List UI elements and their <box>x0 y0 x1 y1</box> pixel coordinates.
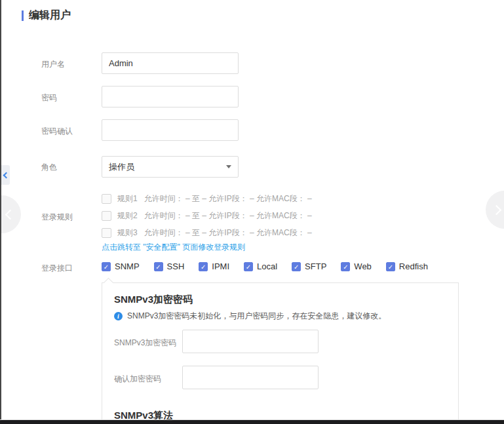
login-interfaces-group: ✓ SNMP ✓ SSH ✓ IPMI ✓ Local ✓ SFTP ✓ Web… <box>102 261 442 271</box>
interface-label: Redfish <box>399 261 428 271</box>
security-config-link[interactable]: 点击跳转至 "安全配置" 页面修改登录规则 <box>102 242 245 253</box>
rule-detail: 允许时间： – 至 – 允许IP段： – 允许MAC段： – <box>144 193 312 204</box>
info-icon: i <box>114 312 123 320</box>
carousel-next-button[interactable] <box>486 191 504 229</box>
checkbox-snmp[interactable]: ✓ <box>102 262 111 271</box>
interface-option-web[interactable]: ✓ Web <box>341 261 372 271</box>
role-select[interactable]: 操作员 <box>102 156 239 178</box>
snmpv3-password-label: SNMPv3加密密码 <box>114 337 176 349</box>
interface-label: Web <box>354 261 372 271</box>
password-confirm-input[interactable] <box>102 119 239 141</box>
interface-option-redfish[interactable]: ✓ Redfish <box>386 261 428 271</box>
rule-name: 规则1 <box>117 193 138 204</box>
interface-label: SSH <box>167 261 185 271</box>
rule3-checkbox[interactable] <box>102 228 111 238</box>
password-confirm-label: 密码确认 <box>41 126 73 137</box>
interface-label: SFTP <box>305 261 326 271</box>
interface-label: IPMI <box>212 261 229 271</box>
snmpv3-panel: SNMPv3加密密码 i SNMPv3加密密码未初始化，与用户密码同步，存在安全… <box>102 282 459 424</box>
chevron-right-icon <box>492 205 502 216</box>
rule-detail: 允许时间： – 至 – 允许IP段： – 允许MAC段： – <box>144 227 312 239</box>
chevron-left-icon <box>3 172 10 178</box>
checkbox-ssh[interactable]: ✓ <box>154 262 163 271</box>
page-title-text: 编辑用户 <box>29 9 71 22</box>
rule1-checkbox[interactable] <box>102 194 111 204</box>
snmpv3-password-confirm-input[interactable] <box>182 366 319 389</box>
interface-option-ssh[interactable]: ✓ SSH <box>154 261 185 271</box>
rule-detail: 允许时间： – 至 – 允许IP段： – 允许MAC段： – <box>144 210 312 222</box>
interface-option-sftp[interactable]: ✓ SFTP <box>292 261 326 271</box>
role-select-value: 操作员 <box>109 161 226 173</box>
sidebar-collapse-button[interactable] <box>1 165 10 185</box>
username-input[interactable] <box>102 52 239 74</box>
password-label: 密码 <box>41 92 57 104</box>
password-input[interactable] <box>102 86 239 107</box>
chevron-left-icon <box>5 210 16 220</box>
username-label: 用户名 <box>41 59 65 70</box>
interface-label: SNMP <box>115 261 140 271</box>
interface-option-local[interactable]: ✓ Local <box>244 261 277 271</box>
page-title: 编辑用户 <box>22 9 71 22</box>
edit-user-page: 编辑用户 用户名 密码 密码确认 角色 操作员 登录规则 规则1 允许时间： –… <box>0 0 504 424</box>
title-accent-bar <box>22 10 24 21</box>
checkbox-redfish[interactable]: ✓ <box>386 262 395 271</box>
snmpv3-info-row: i SNMPv3加密密码未初始化，与用户密码同步，存在安全隐患，建议修改。 <box>114 311 386 322</box>
login-interfaces-label: 登录接口 <box>41 263 73 274</box>
login-rule-row: 规则1 允许时间： – 至 – 允许IP段： – 允许MAC段： – <box>102 192 312 205</box>
interface-option-ipmi[interactable]: ✓ IPMI <box>199 261 229 271</box>
rule2-checkbox[interactable] <box>102 211 111 221</box>
snmpv3-password-input[interactable] <box>182 330 319 353</box>
checkbox-ipmi[interactable]: ✓ <box>199 262 208 271</box>
checkbox-sftp[interactable]: ✓ <box>292 262 301 271</box>
snmpv3-panel-title: SNMPv3加密密码 <box>114 294 193 306</box>
snmpv3-info-text: SNMPv3加密密码未初始化，与用户密码同步，存在安全隐患，建议修改。 <box>127 311 386 322</box>
checkbox-web[interactable]: ✓ <box>341 262 350 271</box>
rule-name: 规则2 <box>117 210 138 222</box>
chevron-down-icon <box>226 165 231 171</box>
interface-option-snmp[interactable]: ✓ SNMP <box>102 261 140 271</box>
login-rules-list: 规则1 允许时间： – 至 – 允许IP段： – 允许MAC段： – 规则2 允… <box>102 192 312 243</box>
rule-name: 规则3 <box>117 227 138 239</box>
checkbox-local[interactable]: ✓ <box>244 262 253 271</box>
snmpv3-password-confirm-label: 确认加密密码 <box>114 374 161 385</box>
login-rule-row: 规则2 允许时间： – 至 – 允许IP段： – 允许MAC段： – <box>102 209 312 222</box>
interface-label: Local <box>257 261 277 271</box>
login-rules-label: 登录规则 <box>41 212 73 223</box>
login-rule-row: 规则3 允许时间： – 至 – 允许IP段： – 允许MAC段： – <box>102 226 312 239</box>
role-label: 角色 <box>41 162 57 173</box>
carousel-prev-button[interactable] <box>0 195 21 233</box>
window-left-edge <box>0 0 1 424</box>
bottom-taskbar-edge <box>0 419 504 424</box>
